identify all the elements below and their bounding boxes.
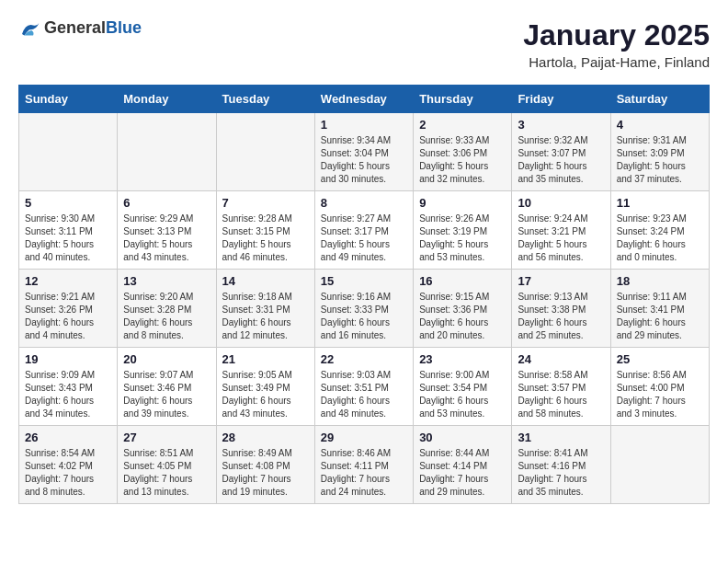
day-number: 27: [123, 431, 210, 444]
day-number: 28: [222, 431, 309, 444]
day-info: Sunrise: 9:09 AM Sunset: 3:43 PM Dayligh…: [25, 369, 111, 420]
day-number: 3: [518, 118, 604, 132]
calendar-body: 1Sunrise: 9:34 AM Sunset: 3:04 PM Daylig…: [19, 113, 710, 504]
day-info: Sunrise: 9:24 AM Sunset: 3:21 PM Dayligh…: [518, 213, 604, 264]
day-info: Sunrise: 9:16 AM Sunset: 3:33 PM Dayligh…: [321, 291, 407, 342]
calendar-cell-3-4: 15Sunrise: 9:16 AM Sunset: 3:33 PM Dayli…: [314, 270, 413, 348]
day-number: 26: [25, 431, 111, 444]
day-number: 10: [518, 196, 604, 210]
day-number: 21: [222, 352, 309, 366]
day-info: Sunrise: 9:13 AM Sunset: 3:38 PM Dayligh…: [518, 291, 604, 342]
day-number: 25: [617, 352, 703, 366]
calendar-subtitle: Hartola, Paijat-Hame, Finland: [523, 54, 710, 70]
day-number: 14: [222, 274, 309, 288]
day-info: Sunrise: 9:33 AM Sunset: 3:06 PM Dayligh…: [419, 134, 506, 186]
logo-blue: Blue: [106, 18, 142, 37]
calendar-cell-5-2: 27Sunrise: 8:51 AM Sunset: 4:05 PM Dayli…: [118, 426, 216, 504]
day-info: Sunrise: 8:41 AM Sunset: 4:16 PM Dayligh…: [518, 447, 604, 499]
calendar-cell-5-7: [610, 426, 709, 504]
day-info: Sunrise: 9:27 AM Sunset: 3:17 PM Dayligh…: [321, 213, 407, 264]
calendar-cell-1-6: 3Sunrise: 9:32 AM Sunset: 3:07 PM Daylig…: [512, 113, 610, 191]
day-info: Sunrise: 9:23 AM Sunset: 3:24 PM Dayligh…: [617, 213, 703, 264]
day-number: 12: [25, 274, 111, 288]
calendar-cell-1-7: 4Sunrise: 9:31 AM Sunset: 3:09 PM Daylig…: [610, 113, 709, 191]
day-info: Sunrise: 9:03 AM Sunset: 3:51 PM Dayligh…: [321, 369, 407, 420]
calendar-cell-2-7: 11Sunrise: 9:23 AM Sunset: 3:24 PM Dayli…: [610, 191, 709, 270]
calendar-week-2: 5Sunrise: 9:30 AM Sunset: 3:11 PM Daylig…: [19, 191, 710, 270]
day-number: 16: [419, 274, 506, 288]
calendar-cell-5-3: 28Sunrise: 8:49 AM Sunset: 4:08 PM Dayli…: [216, 426, 314, 504]
calendar-cell-5-4: 29Sunrise: 8:46 AM Sunset: 4:11 PM Dayli…: [314, 426, 413, 504]
calendar-week-1: 1Sunrise: 9:34 AM Sunset: 3:04 PM Daylig…: [19, 113, 710, 191]
day-number: 22: [321, 352, 407, 366]
header-monday: Monday: [118, 86, 216, 113]
logo: GeneralBlue: [18, 18, 142, 38]
calendar-cell-3-2: 13Sunrise: 9:20 AM Sunset: 3:28 PM Dayli…: [118, 270, 216, 348]
calendar-cell-1-5: 2Sunrise: 9:33 AM Sunset: 3:06 PM Daylig…: [414, 113, 512, 191]
day-info: Sunrise: 9:26 AM Sunset: 3:19 PM Dayligh…: [419, 213, 506, 264]
day-info: Sunrise: 8:46 AM Sunset: 4:11 PM Dayligh…: [321, 447, 407, 499]
day-number: 9: [419, 196, 506, 210]
day-number: 8: [321, 196, 407, 210]
day-number: 4: [617, 118, 703, 132]
day-info: Sunrise: 9:21 AM Sunset: 3:26 PM Dayligh…: [25, 291, 111, 342]
day-info: Sunrise: 9:00 AM Sunset: 3:54 PM Dayligh…: [419, 369, 506, 420]
day-info: Sunrise: 9:30 AM Sunset: 3:11 PM Dayligh…: [25, 213, 111, 264]
day-info: Sunrise: 9:15 AM Sunset: 3:36 PM Dayligh…: [419, 291, 506, 342]
calendar-cell-1-4: 1Sunrise: 9:34 AM Sunset: 3:04 PM Daylig…: [314, 113, 413, 191]
day-info: Sunrise: 8:58 AM Sunset: 3:57 PM Dayligh…: [518, 369, 604, 420]
calendar-cell-5-5: 30Sunrise: 8:44 AM Sunset: 4:14 PM Dayli…: [414, 426, 512, 504]
weekday-header-row: Sunday Monday Tuesday Wednesday Thursday…: [19, 86, 710, 113]
day-number: 1: [321, 118, 407, 132]
day-number: 29: [321, 431, 407, 444]
day-number: 15: [321, 274, 407, 288]
calendar-cell-4-3: 21Sunrise: 9:05 AM Sunset: 3:49 PM Dayli…: [216, 348, 314, 426]
day-info: Sunrise: 9:34 AM Sunset: 3:04 PM Dayligh…: [321, 134, 407, 186]
calendar-cell-5-6: 31Sunrise: 8:41 AM Sunset: 4:16 PM Dayli…: [512, 426, 610, 504]
calendar-cell-2-1: 5Sunrise: 9:30 AM Sunset: 3:11 PM Daylig…: [19, 191, 118, 270]
calendar-cell-3-1: 12Sunrise: 9:21 AM Sunset: 3:26 PM Dayli…: [19, 270, 118, 348]
calendar-title: January 2025: [523, 18, 710, 52]
header-sunday: Sunday: [19, 86, 118, 113]
logo-icon: [18, 19, 40, 38]
header-thursday: Thursday: [414, 86, 512, 113]
day-info: Sunrise: 9:29 AM Sunset: 3:13 PM Dayligh…: [123, 213, 210, 264]
day-info: Sunrise: 8:51 AM Sunset: 4:05 PM Dayligh…: [123, 447, 210, 499]
day-number: 24: [518, 352, 604, 366]
header-tuesday: Tuesday: [216, 86, 314, 113]
calendar-cell-2-2: 6Sunrise: 9:29 AM Sunset: 3:13 PM Daylig…: [118, 191, 216, 270]
calendar-cell-5-1: 26Sunrise: 8:54 AM Sunset: 4:02 PM Dayli…: [19, 426, 118, 504]
calendar-cell-3-3: 14Sunrise: 9:18 AM Sunset: 3:31 PM Dayli…: [216, 270, 314, 348]
calendar-header: Sunday Monday Tuesday Wednesday Thursday…: [19, 86, 710, 113]
day-number: 2: [419, 118, 506, 132]
calendar-cell-4-1: 19Sunrise: 9:09 AM Sunset: 3:43 PM Dayli…: [19, 348, 118, 426]
day-info: Sunrise: 9:11 AM Sunset: 3:41 PM Dayligh…: [617, 291, 703, 342]
day-number: 23: [419, 352, 506, 366]
day-info: Sunrise: 8:54 AM Sunset: 4:02 PM Dayligh…: [25, 447, 111, 499]
day-info: Sunrise: 9:07 AM Sunset: 3:46 PM Dayligh…: [123, 369, 210, 420]
calendar-week-5: 26Sunrise: 8:54 AM Sunset: 4:02 PM Dayli…: [19, 426, 710, 504]
calendar-cell-3-7: 18Sunrise: 9:11 AM Sunset: 3:41 PM Dayli…: [610, 270, 709, 348]
day-info: Sunrise: 9:20 AM Sunset: 3:28 PM Dayligh…: [123, 291, 210, 342]
day-info: Sunrise: 8:49 AM Sunset: 4:08 PM Dayligh…: [222, 447, 309, 499]
day-info: Sunrise: 9:31 AM Sunset: 3:09 PM Dayligh…: [617, 134, 703, 186]
calendar-cell-4-5: 23Sunrise: 9:00 AM Sunset: 3:54 PM Dayli…: [414, 348, 512, 426]
calendar-week-3: 12Sunrise: 9:21 AM Sunset: 3:26 PM Dayli…: [19, 270, 710, 348]
day-number: 17: [518, 274, 604, 288]
header-saturday: Saturday: [610, 86, 709, 113]
calendar-week-4: 19Sunrise: 9:09 AM Sunset: 3:43 PM Dayli…: [19, 348, 710, 426]
day-number: 18: [617, 274, 703, 288]
calendar-cell-1-1: [19, 113, 118, 191]
logo-text: GeneralBlue: [44, 18, 142, 38]
calendar-cell-4-7: 25Sunrise: 8:56 AM Sunset: 4:00 PM Dayli…: [610, 348, 709, 426]
day-number: 5: [25, 196, 111, 210]
calendar-cell-3-6: 17Sunrise: 9:13 AM Sunset: 3:38 PM Dayli…: [512, 270, 610, 348]
calendar-cell-4-4: 22Sunrise: 9:03 AM Sunset: 3:51 PM Dayli…: [314, 348, 413, 426]
day-info: Sunrise: 8:56 AM Sunset: 4:00 PM Dayligh…: [617, 369, 703, 420]
header-friday: Friday: [512, 86, 610, 113]
logo-general: General: [44, 18, 106, 37]
page-header: GeneralBlue January 2025 Hartola, Paijat…: [18, 18, 710, 70]
day-number: 11: [617, 196, 703, 210]
calendar-table: Sunday Monday Tuesday Wednesday Thursday…: [18, 85, 710, 504]
day-info: Sunrise: 9:32 AM Sunset: 3:07 PM Dayligh…: [518, 134, 604, 186]
